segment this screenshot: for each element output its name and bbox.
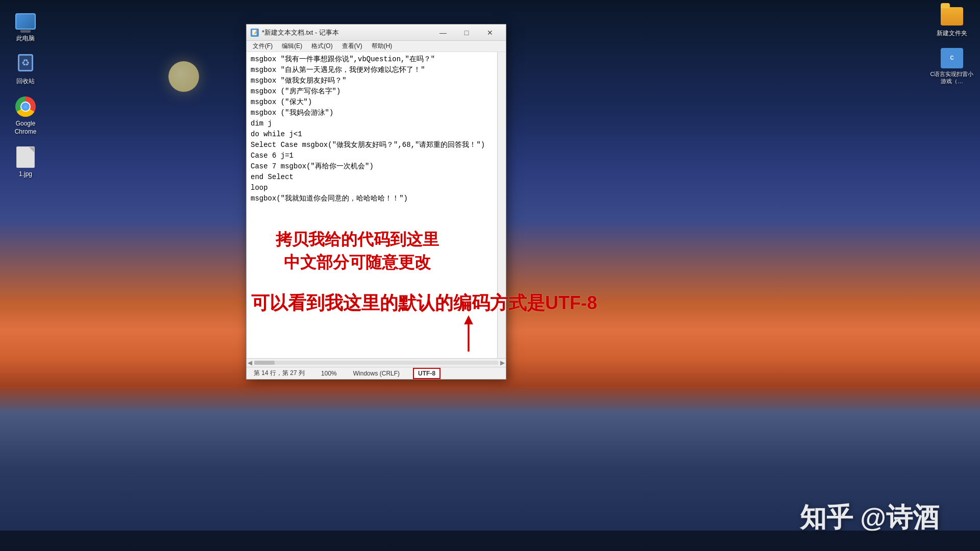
desktop-icon-folder-label: 新建文件夹: [937, 30, 967, 38]
desktop-icon-file-label: 1.jpg: [19, 170, 32, 179]
menu-edit[interactable]: 编辑(E): [278, 41, 306, 52]
file-icon: [16, 146, 35, 168]
menu-file[interactable]: 文件(F): [249, 41, 277, 52]
window-menubar: 文件(F) 编辑(E) 格式(O) 查看(V) 帮助(H): [247, 41, 506, 52]
desktop-icon-file[interactable]: 1.jpg: [5, 146, 46, 179]
desktop-icon-folder[interactable]: 新建文件夹: [929, 5, 975, 38]
window-controls: — □ ✕: [431, 24, 502, 41]
close-button[interactable]: ✕: [478, 24, 502, 41]
vertical-scrollbar[interactable]: [497, 52, 506, 358]
maximize-button[interactable]: □: [455, 24, 478, 41]
computer-icon: [15, 13, 36, 30]
notepad-statusbar: 第 14 行，第 27 列 100% Windows (CRLF) UTF-8: [247, 367, 506, 379]
desktop-icon-recycle[interactable]: 回收站: [5, 53, 46, 86]
desktop-icon-cgame[interactable]: C C语言实现扫雷小游戏（…: [929, 48, 975, 85]
line-ending: Windows (CRLF): [350, 370, 403, 377]
desktop-icon-chrome[interactable]: Google Chrome: [5, 95, 46, 136]
taskbar[interactable]: [0, 531, 980, 551]
notepad-title-icon: 📝: [251, 29, 259, 37]
menu-view[interactable]: 查看(V): [338, 41, 366, 52]
desktop-icon-computer-label: 此电脑: [16, 35, 35, 43]
folder-icon: [941, 7, 963, 26]
menu-help[interactable]: 帮助(H): [368, 41, 397, 52]
minimize-button[interactable]: —: [431, 24, 455, 41]
cursor-position: 第 14 行，第 27 列: [251, 369, 308, 378]
recycle-icon: [16, 54, 35, 74]
desktop-icons-left: 此电脑 回收站 Google Chrome 1.jpg: [0, 0, 51, 189]
window-title: *新建文本文档.txt - 记事本: [262, 28, 431, 37]
horizontal-scrollbar[interactable]: ◀ ▶: [247, 358, 506, 367]
encoding-badge: UTF-8: [413, 368, 440, 379]
zoom-level: 100%: [318, 370, 340, 377]
desktop-icon-recycle-label: 回收站: [16, 78, 35, 86]
menu-format[interactable]: 格式(O): [307, 41, 336, 52]
desktop-icon-chrome-label: Google Chrome: [5, 120, 46, 136]
chrome-icon: [15, 96, 36, 117]
desktop-icon-cgame-label: C语言实现扫雷小游戏（…: [929, 70, 975, 85]
desktop-icons-right: 新建文件夹 C C语言实现扫雷小游戏（…: [924, 0, 980, 90]
moon-decoration: [168, 61, 199, 92]
desktop-icon-computer[interactable]: 此电脑: [5, 10, 46, 43]
notepad-window: 📝 *新建文本文档.txt - 记事本 — □ ✕ 文件(F) 编辑(E) 格式…: [246, 24, 506, 380]
window-titlebar[interactable]: 📝 *新建文本文档.txt - 记事本 — □ ✕: [247, 24, 506, 41]
notepad-text[interactable]: msgbox "我有一件事想跟你说",vbQuestion,"在吗？" msgb…: [247, 52, 506, 358]
notepad-content-area[interactable]: msgbox "我有一件事想跟你说",vbQuestion,"在吗？" msgb…: [247, 52, 506, 358]
